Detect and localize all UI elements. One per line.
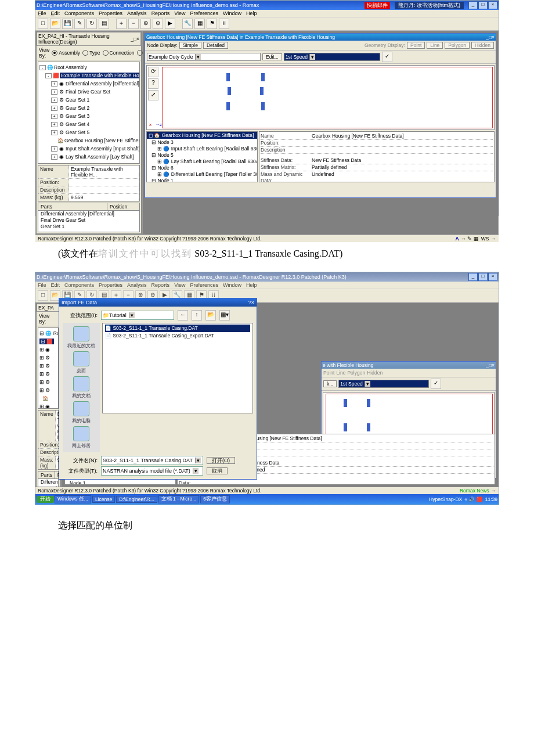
place-desktop[interactable]: 桌面	[64, 351, 99, 374]
menu-view[interactable]: View	[174, 282, 185, 288]
tree-input-shaft[interactable]: +◉Input Shaft Assembly [Input Shaft]	[39, 145, 138, 153]
node-display-detailed[interactable]: Detailed	[203, 42, 228, 49]
up-icon[interactable]: ↑	[192, 310, 202, 321]
schematic-bg[interactable]	[323, 392, 495, 440]
detail-stiffness-matrix-value[interactable]: Partially defined	[312, 164, 493, 171]
apply-icon[interactable]: ✓	[382, 52, 392, 62]
menu-reports[interactable]: Reports	[151, 282, 170, 288]
start-button[interactable]: 开始	[37, 496, 54, 503]
filetype-combo[interactable]: NASTRAN analysis model file (*.DAT)▾	[101, 466, 203, 476]
parts-row[interactable]: Final Drive Gear Set	[38, 217, 139, 224]
radio-assembly[interactable]: Assembly	[52, 50, 80, 56]
place-mycomputer[interactable]: 我的电脑	[64, 401, 99, 424]
place-recent[interactable]: 我最近的文档	[64, 326, 99, 349]
tree-node-sel[interactable]: ⊟ 🟥	[39, 337, 57, 345]
zoom-out-icon[interactable]: ⊖	[153, 19, 163, 29]
detail-name-value[interactable]: Gearbox Housing [New FE Stiffness Data]	[312, 133, 493, 139]
minimize-button[interactable]: _	[468, 273, 478, 281]
tree-finaldrive[interactable]: +⚙Final Drive Gear Set	[39, 88, 138, 96]
tray-icons[interactable]: « 🔊 🟥	[464, 496, 482, 502]
tree-node[interactable]: ⊞ ◉	[39, 402, 57, 409]
run-icon[interactable]: ▶	[165, 19, 175, 29]
edit-button[interactable]: Edit...	[262, 53, 282, 60]
taskbar-item[interactable]: Windows 任...	[55, 495, 91, 503]
node-6-bearing[interactable]: ⊞ 🔵 Differential Left Bearing [Taper Rol…	[148, 171, 256, 178]
schematic-view[interactable]: ⟳ ? ⤢ x	[146, 65, 495, 130]
menu-properties[interactable]: Properties	[99, 282, 122, 288]
tree-node[interactable]: ⊞ ⚙	[39, 370, 57, 378]
tree-lay-shaft[interactable]: +◉Lay Shaft Assembly [Lay Shaft]	[39, 153, 138, 161]
edit-icon[interactable]: ✎	[74, 19, 85, 29]
new-folder-icon[interactable]: 📂	[205, 310, 216, 321]
schematic-canvas-bg[interactable]	[326, 394, 493, 438]
edit-button-bg[interactable]: k...	[323, 380, 337, 387]
place-network[interactable]: 网上邻居	[64, 426, 99, 449]
tree-node[interactable]: ⊞ ⚙	[39, 362, 57, 370]
notification-badge[interactable]: 快新邮件	[365, 2, 390, 9]
tree-node-ro[interactable]: ⊟ 🌐 Ro	[39, 329, 57, 337]
save-icon[interactable]: 💾	[62, 19, 73, 29]
prop-name-value[interactable]: Example Transaxle with Flexible H...	[69, 165, 139, 178]
dialog-close-icon[interactable]: ×	[251, 300, 254, 305]
menu-file[interactable]: File	[38, 282, 46, 288]
menu-reports[interactable]: Reports	[151, 10, 170, 16]
geom-point[interactable]: Point	[407, 42, 425, 49]
detail-description-value[interactable]	[312, 147, 493, 153]
minimize-button[interactable]: _	[468, 1, 478, 9]
tree-gs2[interactable]: +⚙Gear Set 2	[39, 104, 138, 112]
subwin-controls[interactable]: _□×	[486, 34, 495, 40]
prop-position-value[interactable]	[69, 179, 139, 186]
node-5-bearing[interactable]: ⊞ 🔵 Lay Shaft Left Bearing [Radial Ball …	[148, 159, 256, 165]
node-3-bearing[interactable]: ⊞ 🔵 Input Shaft Left Bearing [Radial Bal…	[148, 146, 256, 152]
detail-mass-dyn-value[interactable]: Undefined	[312, 171, 493, 182]
menu-properties[interactable]: Properties	[99, 10, 122, 16]
menu-preferences[interactable]: Preferences	[190, 282, 218, 288]
menu-edit[interactable]: Edit	[51, 282, 60, 288]
grid-icon[interactable]: ▤	[99, 19, 109, 29]
parts-table[interactable]: Differential Assembly [Differential] Fin…	[38, 211, 140, 232]
tree-node[interactable]: ⊞ ⚙	[39, 386, 57, 394]
rotate-icon[interactable]: ⟳	[148, 67, 158, 77]
new-icon[interactable]: □	[38, 290, 48, 301]
maximize-button[interactable]: □	[478, 1, 488, 9]
node-1[interactable]: ⊟ Node 1	[148, 178, 256, 182]
node-tree-pane[interactable]: ◻ 🏠 Gearbox Housing [New FE Stiffness Da…	[146, 131, 258, 182]
geom-polygon[interactable]: Polygon	[347, 370, 365, 376]
geom-line[interactable]: Line	[336, 370, 345, 376]
file-list[interactable]: 📄 S03-2_S11-1_1 Transaxle Casing.DAT 📄 S…	[102, 323, 253, 413]
tool-icon-a[interactable]: 🔧	[182, 19, 193, 29]
notification-banner[interactable]: 熊丹丹: 读书活动(htm格式)	[395, 2, 464, 9]
close-button[interactable]: ×	[488, 273, 497, 281]
prop-description-value[interactable]	[69, 186, 139, 193]
lookin-combo[interactable]: 📁 Tutorial▾	[101, 311, 174, 320]
romax-news-link[interactable]: Romax News	[460, 488, 489, 494]
tree-node[interactable]: 🏠	[39, 394, 57, 402]
menu-components[interactable]: Components	[64, 10, 94, 16]
tree-gs4[interactable]: +⚙Gear Set 4	[39, 120, 138, 128]
geom-polygon[interactable]: Polygon	[445, 42, 470, 49]
duty-cycle-dropdown[interactable]: Example Duty Cycle▾	[147, 53, 261, 61]
plus-icon[interactable]: ＋	[116, 19, 127, 29]
node-3[interactable]: ⊟ Node 3	[148, 139, 256, 146]
detail-position-value[interactable]	[312, 140, 493, 146]
views-icon[interactable]: ▦▾	[219, 310, 230, 321]
menu-components[interactable]: Components	[64, 282, 94, 288]
menu-help[interactable]: Help	[246, 282, 257, 288]
fit-icon[interactable]: ⤢	[148, 90, 158, 100]
open-icon[interactable]: 📂	[50, 19, 60, 29]
tool-icon-b[interactable]: ▦	[194, 19, 205, 29]
flag-icon[interactable]: ⚑	[207, 19, 217, 29]
tree-truncated[interactable]: ⊟ 🌐 Ro ⊟ 🟥 ⊞ ◉ ⊞ ⚙ ⊞ ⚙ ⊞ ⚙ ⊞ ⚙ ⊞ ⚙ 🏠 ⊞ ◉…	[38, 327, 59, 409]
back-icon[interactable]: ←	[178, 310, 188, 321]
tray-app[interactable]: HyperSnap-DX	[429, 496, 462, 502]
status-arrow-icon-2[interactable]: →	[492, 488, 497, 494]
assembly-tree[interactable]: -🌐Root Assembly -🟥Example Transaxle with…	[38, 62, 140, 164]
tree-node[interactable]: ⊞ ◉	[39, 345, 57, 354]
menu-window[interactable]: Window	[223, 282, 241, 288]
taskbar-item[interactable]: License	[92, 496, 115, 503]
tree-gs1[interactable]: +⚙Gear Set 1	[39, 96, 138, 104]
tree-pane-close-icon[interactable]: _□×	[131, 36, 139, 42]
import-fe-dialog[interactable]: Import FE Data ? × 查找范围(I): 📁 Tutorial▾ …	[59, 298, 257, 480]
menu-help[interactable]: Help	[246, 10, 257, 16]
tree-gs3[interactable]: +⚙Gear Set 3	[39, 112, 138, 120]
